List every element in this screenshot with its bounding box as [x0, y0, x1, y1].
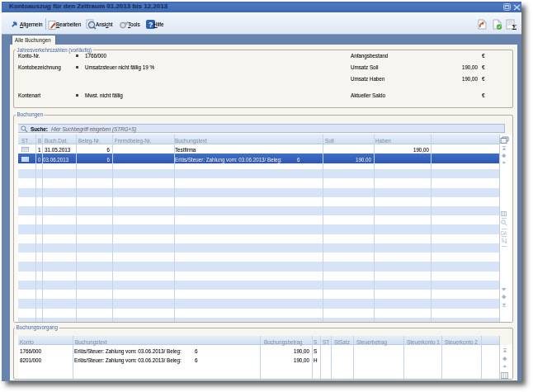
svg-text:Σ: Σ	[512, 23, 517, 31]
svg-text:?: ?	[148, 21, 152, 29]
